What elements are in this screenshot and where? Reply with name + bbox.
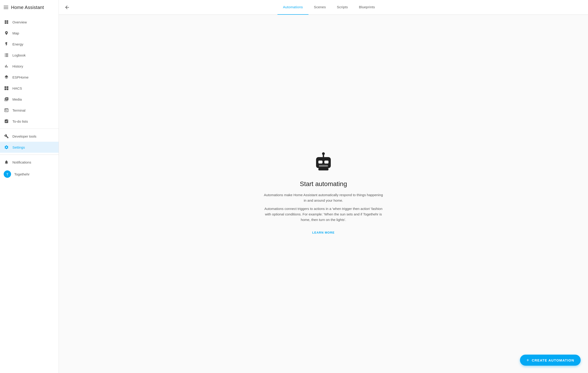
svg-rect-10: [318, 168, 328, 171]
svg-point-4: [322, 152, 325, 155]
sidebar-item-todo[interactable]: To-do lists: [0, 116, 59, 127]
gear-icon: [4, 144, 9, 150]
sidebar-item-overview[interactable]: Overview: [0, 17, 59, 28]
hamburger-menu-icon[interactable]: [4, 6, 8, 9]
tabs: Automations Scenes Scripts Blueprints: [75, 0, 582, 15]
svg-rect-3: [7, 88, 9, 90]
main-content: Automations Scenes Scripts Blueprints: [59, 0, 588, 373]
svg-rect-7: [318, 161, 323, 163]
sidebar-item-notifications[interactable]: Notifications: [0, 157, 59, 168]
svg-rect-9: [319, 165, 328, 167]
sidebar-item-label-developer-tools: Developer tools: [12, 134, 36, 138]
bar-chart-icon: [4, 63, 9, 69]
sidebar-item-label-logbook: Logbook: [12, 53, 26, 57]
nav-divider-2: [0, 155, 59, 155]
sidebar-item-label-energy: Energy: [12, 42, 23, 46]
sidebar-item-history[interactable]: History: [0, 61, 59, 72]
sidebar-item-developer-tools[interactable]: Developer tools: [0, 131, 59, 142]
grid-icon: [4, 19, 9, 25]
empty-state: Start automating Automations make Home A…: [259, 143, 388, 245]
sidebar-item-terminal[interactable]: Terminal: [0, 105, 59, 116]
page-body: Start automating Automations make Home A…: [59, 15, 588, 373]
svg-rect-5: [323, 155, 324, 157]
layers-icon: [4, 74, 9, 80]
list-icon: [4, 52, 9, 58]
sidebar-item-label-media: Media: [12, 97, 22, 101]
terminal-icon: [4, 108, 9, 113]
create-automation-button[interactable]: + CREATE AUTOMATION: [520, 355, 581, 366]
sidebar: Home Assistant Overview Map: [0, 0, 59, 373]
sidebar-item-label-hacs: HACS: [12, 86, 22, 90]
wrench-icon: [4, 133, 9, 139]
hacs-icon: [4, 85, 9, 91]
sidebar-item-label-todo: To-do lists: [12, 120, 28, 123]
play-icon: [4, 96, 9, 102]
sidebar-nav: Overview Map Energy: [0, 15, 59, 373]
svg-rect-0: [5, 86, 6, 88]
back-button[interactable]: [64, 5, 70, 10]
avatar: T: [4, 171, 11, 178]
sidebar-item-label-notifications: Notifications: [12, 160, 31, 164]
map-icon: [4, 30, 9, 36]
sidebar-item-logbook[interactable]: Logbook: [0, 50, 59, 61]
tab-automations[interactable]: Automations: [277, 0, 308, 15]
sidebar-item-map[interactable]: Map: [0, 28, 59, 39]
topbar: Automations Scenes Scripts Blueprints: [59, 0, 588, 15]
sidebar-item-label-overview: Overview: [12, 20, 27, 24]
bolt-icon: [4, 41, 9, 47]
nav-divider: [0, 129, 59, 129]
plus-icon: +: [526, 358, 529, 363]
bell-icon: [4, 159, 9, 165]
sidebar-item-label-user: Togethehr: [14, 172, 30, 176]
sidebar-item-label-settings: Settings: [12, 145, 25, 149]
sidebar-item-label-map: Map: [12, 31, 19, 35]
robot-icon: [312, 152, 335, 175]
sidebar-item-label-esphome: ESPHome: [12, 75, 29, 79]
tab-scenes[interactable]: Scenes: [308, 0, 331, 15]
svg-rect-2: [5, 88, 6, 90]
svg-rect-1: [7, 86, 9, 88]
sidebar-item-user[interactable]: T Togethehr: [0, 168, 59, 181]
sidebar-header: Home Assistant: [0, 0, 59, 15]
empty-state-desc2: Automations connect triggers to actions …: [264, 206, 383, 222]
sidebar-item-label-history: History: [12, 64, 23, 68]
app-title: Home Assistant: [11, 5, 44, 10]
tab-blueprints[interactable]: Blueprints: [353, 0, 380, 15]
svg-rect-8: [324, 161, 328, 163]
sidebar-item-settings[interactable]: Settings: [0, 142, 59, 153]
sidebar-item-esphome[interactable]: ESPHome: [0, 72, 59, 83]
tab-scripts[interactable]: Scripts: [331, 0, 353, 15]
empty-state-desc1: Automations make Home Assistant automati…: [264, 192, 383, 203]
sidebar-item-hacs[interactable]: HACS: [0, 83, 59, 94]
checklist-icon: [4, 119, 9, 124]
sidebar-item-label-terminal: Terminal: [12, 108, 25, 112]
sidebar-item-media[interactable]: Media: [0, 94, 59, 105]
sidebar-item-energy[interactable]: Energy: [0, 39, 59, 50]
learn-more-button[interactable]: LEARN MORE: [310, 229, 336, 236]
empty-state-title: Start automating: [300, 180, 347, 188]
